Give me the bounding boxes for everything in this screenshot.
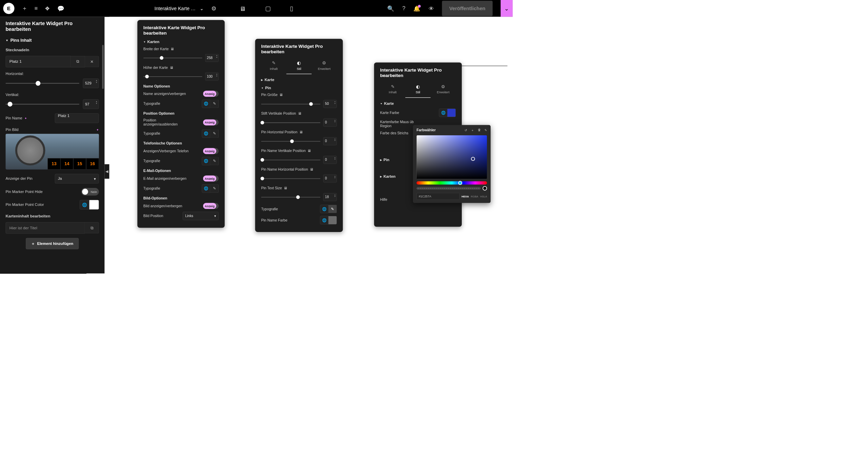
slider-thumb[interactable] [260,121,264,124]
marker-hide-toggle[interactable]: Nein [81,188,99,195]
stepper-icon[interactable]: ▲▼ [96,100,98,104]
alpha-slider[interactable] [416,187,480,190]
section-pin[interactable]: ▼Pin [261,86,337,90]
pen-v-slider[interactable] [261,122,320,123]
color-cursor[interactable] [471,157,475,161]
search-icon[interactable]: 🔍 [387,5,394,12]
stepper-icon[interactable]: ▲▼ [334,119,336,123]
pin-h-input[interactable]: 0▲▼ [323,137,337,146]
document-selector[interactable]: Interaktive Karte … ⌄ ⚙ [155,5,216,12]
alpha-thumb[interactable] [482,186,487,191]
desktop-icon[interactable]: 🖥 [299,130,303,134]
color-swatch[interactable] [447,109,456,117]
map-height-slider[interactable] [143,76,202,77]
globe-icon[interactable]: 🌐 [202,184,210,193]
desktop-icon[interactable]: 🖥 [284,186,288,190]
section-maps[interactable]: ▼Karten [143,40,219,44]
color-swatch[interactable] [329,216,337,225]
vertical-slider[interactable] [6,104,79,104]
section-map[interactable]: ▼Karte [380,101,456,106]
stepper-icon[interactable]: ▲▼ [334,194,336,198]
globe-icon[interactable]: 🌐 [320,205,329,213]
color-swatch[interactable] [89,200,99,209]
globe-icon[interactable]: 🌐 [202,100,210,108]
format-rgba[interactable]: RGBA [471,195,478,198]
edit-pencil-icon[interactable]: ✎ [210,157,219,165]
trash-icon[interactable]: 🗑 [478,128,481,132]
slider-thumb[interactable] [290,139,294,143]
elementor-logo[interactable]: E [3,3,14,14]
hue-slider[interactable] [416,181,487,184]
pin-h-slider[interactable] [261,141,320,141]
sidebar-collapse-handle[interactable]: ◀ [104,164,109,179]
tablet-device-icon[interactable]: ▢ [261,4,274,13]
name-show-toggle[interactable]: Anzeig [203,91,219,97]
delete-button[interactable]: ✕ [85,56,99,67]
settings-sliders-icon[interactable]: ≡ [35,5,38,12]
card-title-input[interactable]: Hier ist der Titel [6,222,85,234]
map-width-slider[interactable] [143,58,202,58]
add-icon[interactable]: ＋ [22,5,27,12]
stepper-icon[interactable]: ▲▼ [96,79,98,83]
publish-button[interactable]: Veröffentlichen [442,1,493,16]
add-element-button[interactable]: ＋ Element hinzufügen [26,238,79,249]
reset-icon[interactable]: ↺ [465,128,467,132]
hex-input[interactable]: #1C257A [416,193,459,200]
stepper-icon[interactable]: ▲▼ [334,157,336,160]
edit-pencil-icon[interactable]: ✎ [210,100,219,108]
slider-thumb[interactable] [160,56,163,60]
globe-icon[interactable]: 🌐 [202,157,210,165]
duplicate-button[interactable]: ⧉ [71,56,85,67]
tab-content[interactable]: ✎Inhalt [380,82,405,98]
phone-show-toggle[interactable]: Anzeig [203,148,219,154]
slider-thumb[interactable] [36,81,40,86]
notifications-icon[interactable]: 🔔 [413,5,420,12]
sparkle-icon[interactable]: ✦ [24,116,27,120]
desktop-icon[interactable]: 🖥 [310,168,314,172]
desktop-device-icon[interactable]: 🖥 [236,4,250,18]
help-icon[interactable]: ? [402,5,405,12]
stepper-icon[interactable]: ▲▼ [334,101,336,104]
desktop-icon[interactable]: 🖥 [170,65,174,70]
format-hexa[interactable]: HEXA [461,195,469,198]
edit-pencil-icon[interactable]: ✎ [210,184,219,193]
image-position-select[interactable]: Links ▾ [183,212,219,220]
tab-style[interactable]: ◐Stil [405,82,430,98]
slider-thumb[interactable] [145,75,149,78]
globe-icon[interactable]: 🌐 [80,200,89,209]
horizontal-slider[interactable] [6,83,79,84]
hue-thumb[interactable] [458,181,462,185]
desktop-icon[interactable]: 🖥 [171,47,174,51]
tab-style[interactable]: ◐Stil [287,58,312,74]
slider-thumb[interactable] [260,158,264,162]
edit-pencil-icon[interactable]: ✎ [329,205,337,213]
globe-icon[interactable]: 🌐 [320,216,329,225]
mobile-device-icon[interactable]: ▯ [286,4,297,13]
pin-name-input[interactable]: Platz 1 [55,113,99,123]
display-pin-select[interactable]: Ja ▾ [55,174,99,184]
pin-size-input[interactable]: 50▲▼ [323,100,337,108]
globe-icon[interactable]: 🌐 [202,130,210,138]
map-height-input[interactable]: 100▲▼ [205,73,219,81]
position-show-toggle[interactable]: Anzeig [203,119,219,126]
sparkle-icon[interactable]: ✦ [96,128,99,132]
publish-dropdown-button[interactable]: ⌄ [501,0,513,17]
desktop-icon[interactable]: 🖥 [308,149,311,153]
format-hsla[interactable]: HSLA [480,195,487,198]
tab-advanced[interactable]: ⚙Erweitert [431,82,456,98]
stepper-icon[interactable]: ▲▼ [216,55,218,58]
layers-icon[interactable]: ❖ [45,5,50,12]
tab-content[interactable]: ✎Inhalt [261,58,286,74]
slider-thumb[interactable] [296,195,300,199]
horizontal-value-input[interactable]: 529 ▲▼ [83,79,99,88]
tab-advanced[interactable]: ⚙Erweitert [312,58,337,74]
desktop-icon[interactable]: 🖥 [279,93,283,97]
pin-text-slider[interactable] [261,197,320,197]
preview-icon[interactable]: 👁 [429,5,434,12]
slider-thumb[interactable] [309,102,313,106]
slider-thumb[interactable] [260,177,264,180]
edit-pencil-icon[interactable]: ✎ [210,130,219,138]
section-map[interactable]: ▶Karte [261,78,337,82]
vertical-value-input[interactable]: 97 ▲▼ [83,99,99,109]
pen-v-input[interactable]: 0▲▼ [323,119,337,127]
